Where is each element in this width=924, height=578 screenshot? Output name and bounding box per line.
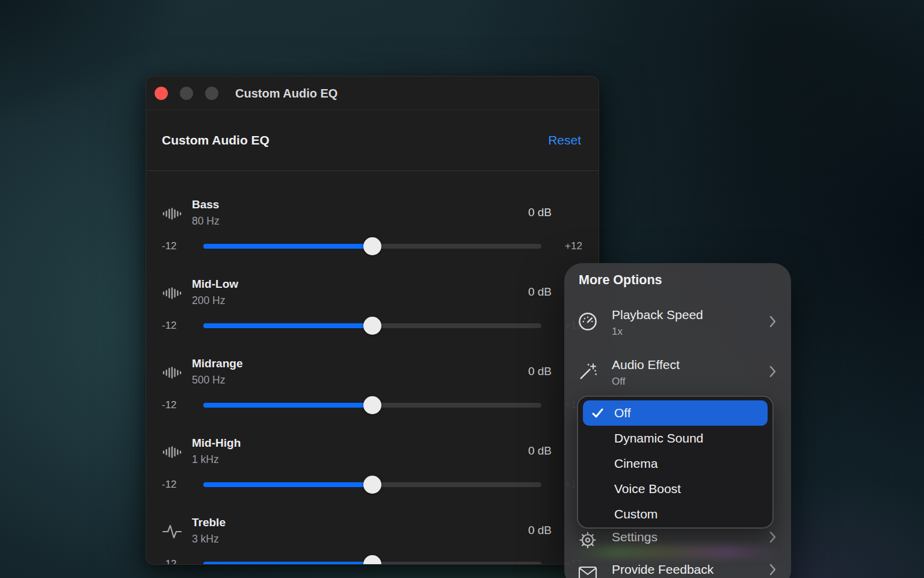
effect-option-label: Cinema xyxy=(614,456,658,471)
close-button[interactable] xyxy=(155,87,168,100)
band-gain-value: 0 dB xyxy=(528,365,552,378)
midrange-slider-thumb[interactable] xyxy=(363,396,381,414)
effect-option-label: Custom xyxy=(614,507,658,521)
effect-option-off[interactable]: Off xyxy=(583,400,768,426)
slider-max-label: +12 xyxy=(565,240,588,252)
mid-high-slider-track[interactable] xyxy=(203,482,541,487)
eq-band-row-treble: Treble 3 kHz 0 dB -12 +12 xyxy=(146,511,599,565)
menu-item-label: Audio Effect xyxy=(612,357,680,373)
waveform-icon xyxy=(161,361,183,384)
slider-min-label: -12 xyxy=(162,558,182,565)
reset-button[interactable]: Reset xyxy=(548,133,581,148)
slider-fill xyxy=(203,323,372,328)
effect-option-voice-boost[interactable]: Voice Boost xyxy=(583,476,768,502)
band-name: Mid-High xyxy=(192,436,241,450)
band-gain-value: 0 dB xyxy=(528,444,552,458)
slider-fill xyxy=(203,244,372,249)
slider-fill xyxy=(203,403,372,408)
treble-slider-thumb[interactable] xyxy=(363,555,381,565)
mid-low-slider-track[interactable] xyxy=(203,323,541,328)
band-name: Midrange xyxy=(192,356,242,371)
effect-option-custom[interactable]: Custom xyxy=(583,502,768,527)
waveform-icon xyxy=(161,441,183,464)
custom-audio-eq-window: Custom Audio EQ Custom Audio EQ Reset Ba… xyxy=(146,76,599,565)
menu-item-audio-effect[interactable]: Audio Effect Off xyxy=(564,349,791,393)
gear-icon xyxy=(578,530,598,550)
band-gain-value: 0 dB xyxy=(528,285,552,299)
menu-item-label: Settings xyxy=(612,525,658,549)
zoom-button[interactable] xyxy=(205,87,218,100)
treble-slider-track[interactable] xyxy=(203,562,541,565)
effect-option-label: Off xyxy=(614,406,631,420)
band-name: Bass xyxy=(192,197,219,212)
window-titlebar: Custom Audio EQ xyxy=(146,76,599,110)
band-frequency: 200 Hz xyxy=(192,293,225,308)
waveform-icon xyxy=(161,282,183,305)
page-title: Custom Audio EQ xyxy=(162,133,270,148)
band-frequency: 80 Hz xyxy=(192,214,220,228)
wand-sparkles-icon xyxy=(578,361,598,382)
chevron-right-icon xyxy=(769,564,777,576)
eq-band-row-midrange: Midrange 500 Hz 0 dB -12 +12 xyxy=(146,352,599,432)
band-frequency: 3 kHz xyxy=(192,532,219,546)
effect-option-label: Dynamic Sound xyxy=(614,431,703,446)
audio-effect-menu: Off Dynamic Sound Cinema Voice Boost Cus… xyxy=(577,396,774,529)
menu-item-label: Provide Feedback xyxy=(612,558,713,578)
eq-band-row-mid-low: Mid-Low 200 Hz 0 dB -12 +12 xyxy=(146,273,599,352)
minimize-button[interactable] xyxy=(180,87,193,100)
pulse-waveform-icon xyxy=(161,520,183,543)
checkmark-icon xyxy=(592,408,603,418)
menu-item-playback-speed[interactable]: Playback Speed 1x xyxy=(564,299,791,344)
chevron-right-icon xyxy=(769,315,777,328)
slider-min-label: -12 xyxy=(162,479,182,491)
desktop-background: Custom Audio EQ Custom Audio EQ Reset Ba… xyxy=(0,0,924,578)
slider-fill xyxy=(203,482,372,487)
eq-band-row-mid-high: Mid-High 1 kHz 0 dB -12 +12 xyxy=(146,432,599,511)
band-name: Mid-Low xyxy=(192,277,238,291)
popup-title: More Options xyxy=(579,273,662,288)
effect-option-cinema[interactable]: Cinema xyxy=(583,451,768,476)
slider-fill xyxy=(203,562,372,565)
slider-min-label: -12 xyxy=(162,399,182,411)
menu-item-label: Playback Speed xyxy=(612,307,703,323)
menu-item-settings[interactable]: Settings xyxy=(564,525,791,549)
midrange-slider-track[interactable] xyxy=(203,403,541,408)
eq-band-row-bass: Bass 80 Hz 0 dB -12 +12 xyxy=(146,193,599,273)
slider-min-label: -12 xyxy=(162,240,182,252)
bass-slider-thumb[interactable] xyxy=(363,237,381,255)
band-frequency: 500 Hz xyxy=(192,373,225,387)
band-gain-value: 0 dB xyxy=(528,524,552,537)
band-frequency: 1 kHz xyxy=(192,452,219,467)
mid-high-slider-thumb[interactable] xyxy=(363,476,381,494)
chevron-right-icon xyxy=(769,365,777,378)
band-gain-value: 0 dB xyxy=(528,206,552,219)
menu-item-value: Off xyxy=(612,374,680,389)
effect-option-label: Voice Boost xyxy=(614,482,681,496)
bass-slider-track[interactable] xyxy=(203,244,541,249)
window-title: Custom Audio EQ xyxy=(235,76,337,110)
waveform-icon xyxy=(161,202,183,225)
slider-min-label: -12 xyxy=(162,320,182,332)
speedometer-icon xyxy=(578,311,598,332)
band-name: Treble xyxy=(192,515,226,530)
mid-low-slider-thumb[interactable] xyxy=(363,317,381,335)
eq-header: Custom Audio EQ Reset xyxy=(146,110,599,171)
effect-option-dynamic-sound[interactable]: Dynamic Sound xyxy=(583,426,768,451)
menu-item-provide-feedback[interactable]: Provide Feedback xyxy=(564,558,791,578)
chevron-right-icon xyxy=(769,531,777,543)
envelope-icon xyxy=(578,563,598,578)
menu-item-value: 1x xyxy=(612,325,703,339)
